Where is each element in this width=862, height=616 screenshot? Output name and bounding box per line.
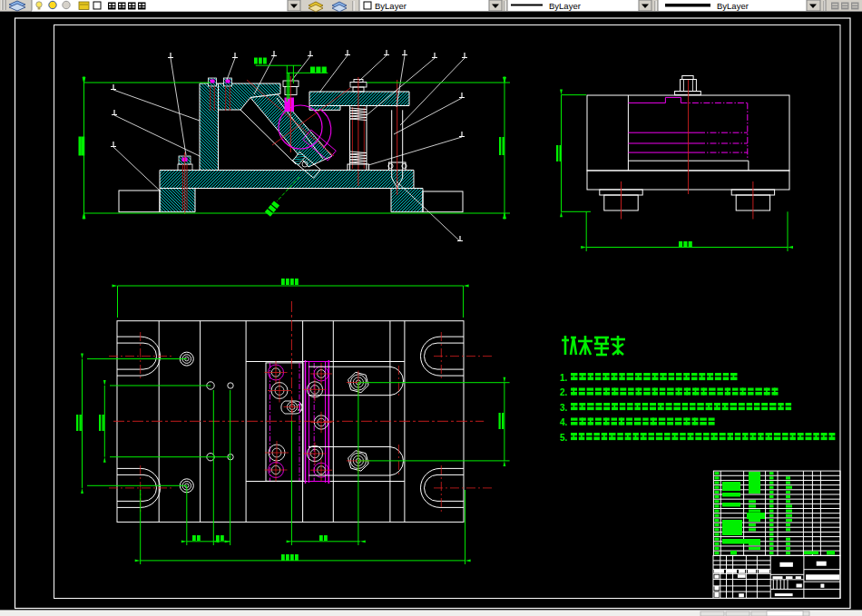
svg-text:ByLayer: ByLayer (717, 1, 749, 11)
svg-text:ByLayer: ByLayer (375, 1, 407, 11)
svg-text:5.: 5. (560, 433, 568, 443)
svg-text:3.: 3. (560, 403, 568, 413)
svg-text:4.: 4. (560, 417, 568, 427)
svg-text:ByLayer: ByLayer (549, 1, 581, 11)
svg-text:1.: 1. (560, 373, 568, 383)
svg-text:2.: 2. (560, 387, 568, 397)
